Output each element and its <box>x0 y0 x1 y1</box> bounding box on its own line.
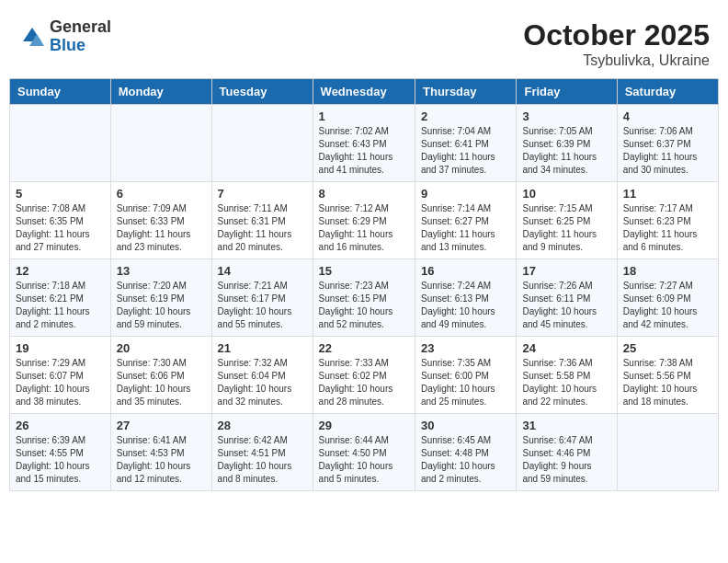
calendar-cell: 5Sunrise: 7:08 AM Sunset: 6:35 PM Daylig… <box>10 182 111 259</box>
calendar-cell: 7Sunrise: 7:11 AM Sunset: 6:31 PM Daylig… <box>211 182 313 259</box>
day-number: 17 <box>522 264 610 278</box>
calendar-cell: 30Sunrise: 6:45 AM Sunset: 4:48 PM Dayli… <box>415 414 517 491</box>
weekday-header: Thursday <box>415 79 517 105</box>
calendar-week-row: 19Sunrise: 7:29 AM Sunset: 6:07 PM Dayli… <box>10 337 719 414</box>
day-info: Sunrise: 6:45 AM Sunset: 4:48 PM Dayligh… <box>421 434 510 486</box>
day-info: Sunrise: 7:15 AM Sunset: 6:25 PM Dayligh… <box>522 202 610 254</box>
calendar-cell: 2Sunrise: 7:04 AM Sunset: 6:41 PM Daylig… <box>415 105 517 182</box>
day-number: 2 <box>421 109 510 123</box>
calendar-cell: 16Sunrise: 7:24 AM Sunset: 6:13 PM Dayli… <box>415 259 517 337</box>
logo-general: General <box>50 18 111 37</box>
day-number: 26 <box>16 419 105 432</box>
logo-text: General Blue <box>50 18 111 55</box>
calendar-cell: 24Sunrise: 7:36 AM Sunset: 5:58 PM Dayli… <box>517 337 617 414</box>
calendar-cell: 27Sunrise: 6:41 AM Sunset: 4:53 PM Dayli… <box>110 414 211 491</box>
day-number: 14 <box>218 264 307 278</box>
day-number: 5 <box>16 187 105 201</box>
calendar-cell: 4Sunrise: 7:06 AM Sunset: 6:37 PM Daylig… <box>617 105 718 182</box>
day-info: Sunrise: 7:23 AM Sunset: 6:15 PM Dayligh… <box>319 280 409 331</box>
day-number: 21 <box>218 341 307 355</box>
day-info: Sunrise: 7:17 AM Sunset: 6:23 PM Dayligh… <box>623 202 712 254</box>
location: Tsybulivka, Ukraine <box>523 52 710 69</box>
weekday-header: Tuesday <box>211 79 313 105</box>
day-number: 29 <box>319 419 409 432</box>
calendar-cell: 22Sunrise: 7:33 AM Sunset: 6:02 PM Dayli… <box>313 337 415 414</box>
calendar-cell: 15Sunrise: 7:23 AM Sunset: 6:15 PM Dayli… <box>313 259 415 337</box>
day-number: 12 <box>16 264 105 278</box>
day-info: Sunrise: 7:27 AM Sunset: 6:09 PM Dayligh… <box>623 280 712 331</box>
calendar-week-row: 5Sunrise: 7:08 AM Sunset: 6:35 PM Daylig… <box>10 182 719 259</box>
weekday-header: Friday <box>517 79 617 105</box>
day-info: Sunrise: 7:20 AM Sunset: 6:19 PM Dayligh… <box>117 280 206 331</box>
day-number: 20 <box>117 341 206 355</box>
day-info: Sunrise: 6:41 AM Sunset: 4:53 PM Dayligh… <box>117 434 206 486</box>
calendar-cell: 13Sunrise: 7:20 AM Sunset: 6:19 PM Dayli… <box>110 259 211 337</box>
calendar-cell: 25Sunrise: 7:38 AM Sunset: 5:56 PM Dayli… <box>617 337 718 414</box>
day-info: Sunrise: 7:02 AM Sunset: 6:43 PM Dayligh… <box>319 125 409 177</box>
calendar-week-row: 12Sunrise: 7:18 AM Sunset: 6:21 PM Dayli… <box>10 259 719 337</box>
calendar-cell: 17Sunrise: 7:26 AM Sunset: 6:11 PM Dayli… <box>517 259 617 337</box>
day-number: 24 <box>522 341 610 355</box>
page-header: General Blue October 2025 Tsybulivka, Uk… <box>9 9 719 74</box>
month-year: October 2025 <box>523 18 710 52</box>
calendar-cell: 8Sunrise: 7:12 AM Sunset: 6:29 PM Daylig… <box>313 182 415 259</box>
calendar-cell: 14Sunrise: 7:21 AM Sunset: 6:17 PM Dayli… <box>211 259 313 337</box>
calendar-cell: 23Sunrise: 7:35 AM Sunset: 6:00 PM Dayli… <box>415 337 517 414</box>
calendar-cell: 9Sunrise: 7:14 AM Sunset: 6:27 PM Daylig… <box>415 182 517 259</box>
title-block: October 2025 Tsybulivka, Ukraine <box>523 18 710 69</box>
calendar-cell <box>211 105 313 182</box>
day-number: 7 <box>218 187 307 201</box>
calendar-week-row: 1Sunrise: 7:02 AM Sunset: 6:43 PM Daylig… <box>10 105 719 182</box>
calendar-cell: 10Sunrise: 7:15 AM Sunset: 6:25 PM Dayli… <box>517 182 617 259</box>
day-number: 11 <box>623 187 712 201</box>
day-info: Sunrise: 7:32 AM Sunset: 6:04 PM Dayligh… <box>218 357 307 408</box>
day-number: 22 <box>319 341 409 355</box>
calendar-table: SundayMondayTuesdayWednesdayThursdayFrid… <box>9 78 719 491</box>
logo-icon <box>18 23 46 51</box>
calendar-cell: 21Sunrise: 7:32 AM Sunset: 6:04 PM Dayli… <box>211 337 313 414</box>
day-number: 19 <box>16 341 105 355</box>
calendar-cell: 3Sunrise: 7:05 AM Sunset: 6:39 PM Daylig… <box>517 105 617 182</box>
day-info: Sunrise: 7:12 AM Sunset: 6:29 PM Dayligh… <box>319 202 409 254</box>
calendar-cell: 26Sunrise: 6:39 AM Sunset: 4:55 PM Dayli… <box>10 414 111 491</box>
day-number: 10 <box>522 187 610 201</box>
weekday-header: Sunday <box>10 79 111 105</box>
day-info: Sunrise: 7:18 AM Sunset: 6:21 PM Dayligh… <box>16 280 105 331</box>
day-info: Sunrise: 7:38 AM Sunset: 5:56 PM Dayligh… <box>623 357 712 408</box>
logo: General Blue <box>18 18 111 55</box>
day-info: Sunrise: 7:33 AM Sunset: 6:02 PM Dayligh… <box>319 357 409 408</box>
calendar-cell: 28Sunrise: 6:42 AM Sunset: 4:51 PM Dayli… <box>211 414 313 491</box>
weekday-header: Monday <box>110 79 211 105</box>
day-number: 4 <box>623 109 712 123</box>
day-info: Sunrise: 6:42 AM Sunset: 4:51 PM Dayligh… <box>218 434 307 486</box>
day-number: 18 <box>623 264 712 278</box>
calendar-cell <box>110 105 211 182</box>
day-number: 27 <box>117 419 206 432</box>
day-number: 31 <box>522 419 610 432</box>
day-info: Sunrise: 7:21 AM Sunset: 6:17 PM Dayligh… <box>218 280 307 331</box>
day-info: Sunrise: 7:35 AM Sunset: 6:00 PM Dayligh… <box>421 357 510 408</box>
day-info: Sunrise: 7:06 AM Sunset: 6:37 PM Dayligh… <box>623 125 712 177</box>
day-info: Sunrise: 7:08 AM Sunset: 6:35 PM Dayligh… <box>16 202 105 254</box>
calendar-cell <box>617 414 718 491</box>
day-number: 30 <box>421 419 510 432</box>
day-number: 28 <box>218 419 307 432</box>
calendar-cell: 11Sunrise: 7:17 AM Sunset: 6:23 PM Dayli… <box>617 182 718 259</box>
day-number: 15 <box>319 264 409 278</box>
day-number: 13 <box>117 264 206 278</box>
day-number: 6 <box>117 187 206 201</box>
day-info: Sunrise: 7:14 AM Sunset: 6:27 PM Dayligh… <box>421 202 510 254</box>
day-number: 16 <box>421 264 510 278</box>
calendar-cell <box>10 105 111 182</box>
day-info: Sunrise: 6:44 AM Sunset: 4:50 PM Dayligh… <box>319 434 409 486</box>
calendar-header-row: SundayMondayTuesdayWednesdayThursdayFrid… <box>10 79 719 105</box>
day-info: Sunrise: 6:47 AM Sunset: 4:46 PM Dayligh… <box>522 434 610 486</box>
calendar-cell: 31Sunrise: 6:47 AM Sunset: 4:46 PM Dayli… <box>517 414 617 491</box>
calendar-cell: 12Sunrise: 7:18 AM Sunset: 6:21 PM Dayli… <box>10 259 111 337</box>
day-number: 8 <box>319 187 409 201</box>
calendar-cell: 29Sunrise: 6:44 AM Sunset: 4:50 PM Dayli… <box>313 414 415 491</box>
calendar-cell: 6Sunrise: 7:09 AM Sunset: 6:33 PM Daylig… <box>110 182 211 259</box>
day-info: Sunrise: 7:09 AM Sunset: 6:33 PM Dayligh… <box>117 202 206 254</box>
calendar-cell: 19Sunrise: 7:29 AM Sunset: 6:07 PM Dayli… <box>10 337 111 414</box>
day-info: Sunrise: 7:24 AM Sunset: 6:13 PM Dayligh… <box>421 280 510 331</box>
